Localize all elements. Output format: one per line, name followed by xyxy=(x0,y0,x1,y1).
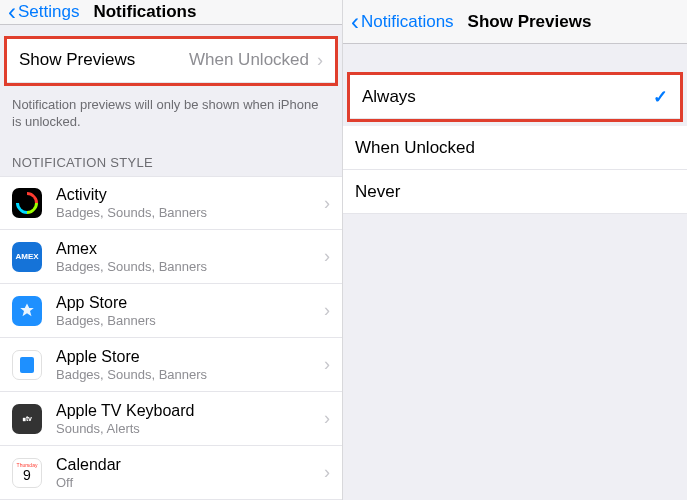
chevron-left-icon: ‹ xyxy=(8,0,16,24)
chevron-left-icon: ‹ xyxy=(351,10,359,34)
calendar-icon: Thursday 9 xyxy=(12,458,42,488)
app-name: Apple TV Keyboard xyxy=(56,402,324,420)
back-label: Notifications xyxy=(361,12,454,32)
option-always[interactable]: Always ✓ xyxy=(350,75,680,119)
app-name: Amex xyxy=(56,240,324,258)
nav-bar-right: ‹ Notifications Show Previews xyxy=(343,0,687,44)
app-row-tvkeyboard[interactable]: ∎tv Apple TV Keyboard Sounds, Alerts › xyxy=(0,392,342,446)
app-text: Activity Badges, Sounds, Banners xyxy=(56,186,324,220)
app-text: Calendar Off xyxy=(56,456,324,490)
option-never[interactable]: Never xyxy=(343,170,687,214)
spacer xyxy=(0,25,342,36)
chevron-right-icon: › xyxy=(324,462,330,483)
app-sub: Sounds, Alerts xyxy=(56,421,324,436)
applestore-icon xyxy=(12,350,42,380)
checkmark-icon: ✓ xyxy=(653,86,668,108)
chevron-right-icon: › xyxy=(324,300,330,321)
option-label: Always xyxy=(362,87,653,107)
spacer xyxy=(343,44,687,72)
app-row-applestore[interactable]: Apple Store Badges, Sounds, Banners › xyxy=(0,338,342,392)
back-to-settings-button[interactable]: ‹ Settings xyxy=(8,0,79,24)
app-row-appstore[interactable]: App Store Badges, Banners › xyxy=(0,284,342,338)
show-previews-panel: ‹ Notifications Show Previews Always ✓ W… xyxy=(343,0,687,500)
app-row-calendar[interactable]: Thursday 9 Calendar Off › xyxy=(0,446,342,500)
show-previews-label: Show Previews xyxy=(19,50,189,70)
nav-bar-left: ‹ Settings Notifications xyxy=(0,0,342,25)
show-previews-footer: Notification previews will only be shown… xyxy=(0,90,342,141)
chevron-right-icon: › xyxy=(324,246,330,267)
page-title-left: Notifications xyxy=(93,2,196,22)
amex-icon: AMEX xyxy=(12,242,42,272)
app-name: Activity xyxy=(56,186,324,204)
app-row-activity[interactable]: Activity Badges, Sounds, Banners › xyxy=(0,176,342,230)
show-previews-value: When Unlocked xyxy=(189,50,309,70)
notifications-settings-panel: ‹ Settings Notifications Show Previews W… xyxy=(0,0,343,500)
chevron-right-icon: › xyxy=(324,354,330,375)
notification-style-header: NOTIFICATION STYLE xyxy=(0,141,342,176)
highlight-always-option: Always ✓ xyxy=(347,72,683,122)
option-when-unlocked[interactable]: When Unlocked xyxy=(343,126,687,170)
app-sub: Off xyxy=(56,475,324,490)
app-text: Apple Store Badges, Sounds, Banners xyxy=(56,348,324,382)
app-name: Apple Store xyxy=(56,348,324,366)
app-name: App Store xyxy=(56,294,324,312)
page-title-right: Show Previews xyxy=(468,12,592,32)
back-label: Settings xyxy=(18,2,79,22)
show-previews-row[interactable]: Show Previews When Unlocked › xyxy=(7,39,335,83)
app-sub: Badges, Sounds, Banners xyxy=(56,367,324,382)
appletv-keyboard-icon: ∎tv xyxy=(12,404,42,434)
activity-icon xyxy=(12,188,42,218)
app-sub: Badges, Sounds, Banners xyxy=(56,205,324,220)
back-to-notifications-button[interactable]: ‹ Notifications xyxy=(351,10,454,34)
chevron-right-icon: › xyxy=(324,193,330,214)
app-text: App Store Badges, Banners xyxy=(56,294,324,328)
app-row-amex[interactable]: AMEX Amex Badges, Sounds, Banners › xyxy=(0,230,342,284)
app-sub: Badges, Banners xyxy=(56,313,324,328)
highlight-show-previews: Show Previews When Unlocked › xyxy=(4,36,338,86)
option-label: When Unlocked xyxy=(355,138,675,158)
app-sub: Badges, Sounds, Banners xyxy=(56,259,324,274)
option-label: Never xyxy=(355,182,675,202)
chevron-right-icon: › xyxy=(324,408,330,429)
chevron-right-icon: › xyxy=(317,50,323,71)
appstore-icon xyxy=(12,296,42,326)
app-text: Amex Badges, Sounds, Banners xyxy=(56,240,324,274)
app-text: Apple TV Keyboard Sounds, Alerts xyxy=(56,402,324,436)
app-name: Calendar xyxy=(56,456,324,474)
